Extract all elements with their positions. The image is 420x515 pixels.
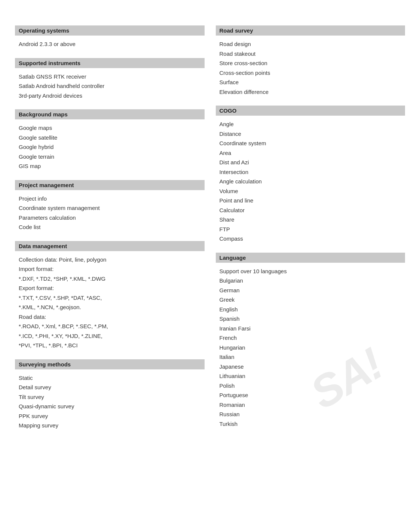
section-4-item-3: Export format: [19,283,201,293]
section-0-item-4: Surface [220,77,402,87]
section-1-item-11: FTP [220,225,402,234]
section-2-item-1: Google satellite [19,133,201,143]
section-1-item-1: Distance [220,129,402,139]
section-body-2: Google mapsGoogle satelliteGoogle hybrid… [15,122,205,175]
section-3-item-2: Parameters calculation [19,213,201,223]
section-4-item-8: *.ICD, *.PHI, *.XY, *HJD, *.ZLINE, [19,331,201,341]
section-2-item-4: English [220,305,402,314]
section-1-item-8: Point and line [220,196,402,205]
right-column: Road surveyRoad designRoad stakeoutStore… [216,25,405,434]
section-2-item-7: French [220,333,402,343]
section-1-item-2: 3rd-party Android devices [19,91,201,101]
columns-container: Operating systemsAndroid 2.3.3 or aboveS… [15,25,405,434]
section-2-item-0: Support over 10 languages [220,266,402,276]
section-5-item-4: PPK survey [19,411,201,421]
section-5-item-1: Detail survey [19,383,201,392]
section-5-item-3: Quasi-dynamic survey [19,402,201,411]
section-2-item-11: Lithuanian [220,371,402,381]
section-body-2: Support over 10 languagesBulgarianGerman… [216,265,405,433]
section-2-item-14: Romanian [220,400,402,410]
section-1-item-4: Dist and Azi [220,158,402,167]
section-0-item-1: Road stakeout [220,49,402,59]
section-body-4: Collection data: Point, line, polygonImp… [15,253,205,354]
section-header-4: Data management [15,241,205,251]
section-2-item-2: German [220,286,402,295]
section-1-item-7: Volume [220,186,402,196]
left-column: Operating systemsAndroid 2.3.3 or aboveS… [15,25,205,434]
section-1-item-2: Coordinate system [220,138,402,148]
section-1-item-6: Angle calculation [220,177,402,186]
section-body-1: AngleDistanceCoordinate systemAreaDist a… [216,118,405,247]
section-body-1: Satlab GNSS RTK receiverSatlab Android h… [15,70,205,104]
section-2-item-2: Google hybrid [19,142,201,152]
page-wrapper: Operating systemsAndroid 2.3.3 or aboveS… [15,25,405,434]
section-3-item-3: Code list [19,222,201,232]
section-1-item-12: Compass [220,234,402,244]
section-0-item-3: Cross-section points [220,68,402,78]
section-2-item-1: Bulgarian [220,276,402,286]
section-2-item-13: Portuguese [220,390,402,400]
section-header-1: COGO [216,106,405,116]
section-0-item-5: Elevation difference [220,87,402,97]
section-2-item-6: Iranian Farsi [220,324,402,333]
section-0-item-0: Android 2.3.3 or above [19,39,201,49]
section-1-item-1: Satlab Android handheld controller [19,81,201,91]
section-1-item-3: Area [220,148,402,158]
section-body-5: StaticDetail surveyTilt surveyQuasi-dyna… [15,372,205,434]
section-5-item-2: Tilt survey [19,392,201,402]
section-4-item-2: *.DXF, *.TD2, *SHP, *.KML, *.DWG [19,274,201,284]
section-1-item-9: Calculator [220,205,402,215]
section-4-item-1: Import format: [19,264,201,274]
section-0-item-2: Store cross-section [220,58,402,68]
section-3-item-1: Coordinate system management [19,203,201,213]
section-header-5: Surveying methods [15,359,205,369]
section-4-item-9: *PVI, *TPL, *.BPI, *.BCI [19,341,201,350]
section-2-item-5: Spanish [220,314,402,324]
section-1-item-5: Intersection [220,167,402,177]
section-2-item-8: Hungarian [220,343,402,353]
section-body-3: Project infoCoordinate system management… [15,192,205,236]
section-header-0: Road survey [216,25,405,36]
section-2-item-15: Russian [220,409,402,419]
section-2-item-0: Google maps [19,123,201,133]
section-2-item-12: Polish [220,381,402,391]
section-1-item-0: Angle [220,119,402,129]
section-header-2: Background maps [15,109,205,119]
section-2-item-4: GIS map [19,161,201,171]
section-body-0: Road designRoad stakeoutStore cross-sect… [216,38,405,100]
section-2-item-10: Japanese [220,362,402,372]
section-2-item-3: Google terrain [19,152,201,162]
section-0-item-0: Road design [220,39,402,49]
section-5-item-5: Mapping survey [19,421,201,430]
section-2-item-16: Turkish [220,419,402,429]
section-header-0: Operating systems [15,25,205,36]
section-body-0: Android 2.3.3 or above [15,38,205,53]
section-header-2: Language [216,253,405,263]
section-1-item-0: Satlab GNSS RTK receiver [19,72,201,82]
section-1-item-10: Share [220,215,402,225]
section-header-1: Supported instruments [15,58,205,68]
section-2-item-9: Italian [220,352,402,362]
section-4-item-0: Collection data: Point, line, polygon [19,255,201,265]
section-2-item-3: Greek [220,295,402,305]
section-4-item-7: *.ROAD, *.Xml, *.BCP, *.SEC, *.PM, [19,322,201,331]
section-3-item-0: Project info [19,194,201,204]
section-4-item-4: *.TXT, *.CSV, *.SHP, *DAT, *ASC, [19,293,201,303]
section-4-item-5: *.KML, *.NCN, *.geojson. [19,302,201,312]
section-5-item-0: Static [19,373,201,383]
section-header-3: Project management [15,180,205,190]
section-4-item-6: Road data: [19,312,201,322]
